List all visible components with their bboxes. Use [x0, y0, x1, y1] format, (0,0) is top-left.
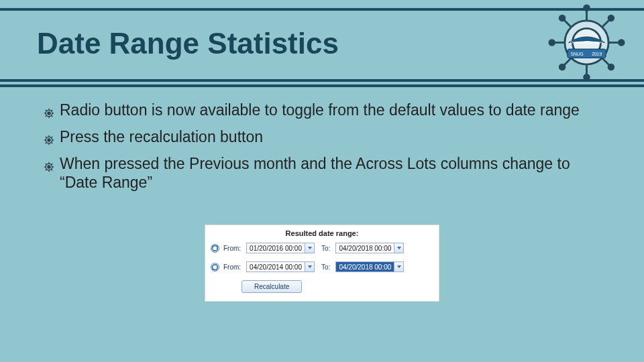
logo-badge-right: 2019	[592, 52, 602, 56]
svg-point-15	[608, 64, 614, 70]
from-radio[interactable]	[211, 244, 219, 253]
date-row: From: 04/20/2014 00:00 To: 04/20/2018 00…	[211, 261, 433, 272]
from-date-input[interactable]: 01/20/2016 00:00	[246, 243, 305, 253]
page-title: Date Range Statistics	[37, 27, 607, 60]
title-block: Date Range Statistics	[37, 27, 607, 60]
from-date-input[interactable]: 04/20/2014 00:00	[246, 261, 305, 272]
logo-badge: Oceans of Discovery SNUG 2019	[548, 4, 625, 81]
dropdown-icon[interactable]	[305, 243, 315, 253]
from-date-field[interactable]: 04/20/2014 00:00	[246, 261, 315, 272]
to-date-input[interactable]: 04/20/2018 00:00	[335, 261, 394, 272]
svg-point-16	[608, 15, 614, 21]
svg-line-46	[51, 169, 52, 170]
to-date-field[interactable]: 04/20/2018 00:00	[335, 261, 404, 272]
svg-line-25	[46, 110, 47, 111]
wheel-bullet-icon	[44, 158, 60, 177]
bullet-item: Press the recalculation button	[44, 127, 590, 150]
svg-point-17	[559, 64, 565, 70]
divider-under-title-1	[0, 79, 644, 82]
wheel-bullet-icon	[44, 131, 60, 150]
from-radio[interactable]	[211, 263, 219, 272]
svg-point-11	[584, 74, 590, 80]
svg-line-48	[46, 169, 47, 170]
date-row: From: 01/20/2016 00:00 To: 04/20/2018 00…	[211, 243, 433, 253]
recalculate-button[interactable]: Recalculate	[241, 280, 302, 293]
logo-badge-left: SNUG	[570, 52, 583, 56]
svg-point-10	[584, 5, 590, 11]
bullet-text: When pressed the Previous month and the …	[60, 154, 590, 193]
divider-under-title-2	[0, 84, 644, 87]
to-label: To:	[321, 263, 330, 271]
bullet-item: When pressed the Previous month and the …	[44, 154, 590, 193]
divider-top	[0, 8, 644, 11]
from-label: From:	[223, 263, 241, 271]
content-area: Radio button is now available to toggle …	[44, 101, 590, 196]
svg-point-40	[48, 166, 50, 168]
to-date-field[interactable]: 04/20/2018 00:00	[335, 243, 404, 253]
svg-line-26	[51, 115, 52, 117]
from-label: From:	[223, 245, 241, 252]
bullet-text: Radio button is now available to toggle …	[60, 101, 590, 120]
bullet-item: Radio button is now available to toggle …	[44, 101, 590, 123]
svg-point-14	[559, 15, 565, 21]
dropdown-icon[interactable]	[394, 261, 404, 272]
to-label: To:	[321, 245, 330, 252]
dropdown-icon[interactable]	[305, 261, 315, 272]
logo-ribbon-text: Oceans of Discovery	[570, 40, 603, 44]
date-range-figure: Resulted date range: From: 01/20/2016 00…	[205, 225, 439, 302]
svg-line-27	[51, 110, 52, 111]
bullet-text: Press the recalculation button	[60, 127, 590, 147]
svg-line-38	[46, 142, 47, 143]
svg-point-30	[48, 139, 50, 141]
svg-point-20	[48, 112, 50, 115]
to-date-input[interactable]: 04/20/2018 00:00	[335, 243, 394, 253]
wheel-bullet-icon	[44, 104, 60, 123]
from-date-field[interactable]: 01/20/2016 00:00	[246, 243, 315, 253]
svg-point-12	[549, 40, 555, 46]
svg-point-13	[619, 40, 624, 46]
svg-line-35	[46, 137, 47, 138]
svg-line-45	[46, 163, 47, 164]
svg-line-28	[46, 115, 47, 117]
svg-line-36	[51, 142, 52, 143]
svg-line-47	[51, 163, 52, 164]
recalc-row: Recalculate	[211, 280, 433, 293]
figure-heading: Resulted date range:	[211, 229, 433, 237]
slide: Date Range Statistics	[0, 0, 644, 362]
dropdown-icon[interactable]	[394, 243, 404, 253]
svg-line-37	[51, 137, 52, 138]
